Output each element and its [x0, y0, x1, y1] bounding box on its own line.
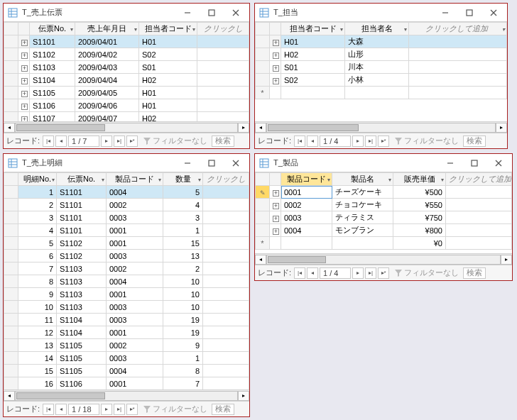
cell[interactable]: S1103 [57, 275, 107, 288]
data-grid[interactable]: 担当者コード▾ 担当者名▾ クリックして追加 ▾ +H01大森+H02山形+S0… [255, 22, 507, 121]
table-row[interactable]: +S11072009/04/07H02 [4, 112, 249, 122]
minimize-button[interactable] [175, 5, 200, 21]
row-selector[interactable] [4, 186, 18, 199]
record-position-input[interactable]: 1 / 4 [320, 136, 351, 147]
nav-last-button[interactable]: ▸| [114, 404, 125, 415]
table-row[interactable]: 4S110100011 [4, 224, 249, 237]
cell[interactable]: S02 [281, 74, 345, 87]
cell[interactable]: 2009/04/03 [75, 61, 139, 74]
chevron-down-icon[interactable]: ▾ [70, 26, 73, 32]
expand-row-button[interactable]: + [270, 74, 281, 87]
cell[interactable]: S1106 [57, 377, 107, 390]
table-row[interactable]: +S11062009/04/06H01 [4, 99, 249, 112]
cell[interactable] [203, 275, 249, 288]
cell[interactable]: 2009/04/04 [75, 74, 139, 87]
cell[interactable]: H01 [139, 35, 197, 48]
cell[interactable]: S1105 [57, 352, 107, 365]
cell[interactable] [203, 377, 249, 390]
row-selector[interactable] [4, 112, 18, 122]
col-header[interactable]: 担当者コード▾ [281, 23, 345, 35]
cell[interactable]: 1 [163, 352, 203, 365]
cell[interactable]: 9 [18, 288, 57, 301]
horizontal-scrollbar[interactable]: ◂ ▸ [4, 389, 249, 401]
cell[interactable]: モンブラン [332, 224, 393, 237]
cell[interactable]: 0001 [107, 237, 163, 250]
search-input[interactable]: 検索 [463, 136, 486, 147]
cell[interactable]: 0002 [107, 262, 163, 275]
cell[interactable]: 0001 [107, 326, 163, 339]
nav-first-button[interactable]: |◂ [294, 267, 305, 279]
cell[interactable]: 10 [18, 301, 57, 314]
search-input[interactable]: 検索 [463, 267, 486, 279]
cell[interactable]: 0002 [107, 199, 163, 211]
cell[interactable]: S1107 [30, 112, 75, 122]
table-row[interactable]: 9S1103000110 [4, 288, 249, 301]
close-button[interactable] [224, 155, 248, 171]
cell[interactable]: S1104 [30, 74, 75, 87]
cell[interactable]: S02 [139, 48, 197, 61]
row-selector[interactable] [256, 211, 270, 224]
cell[interactable]: 12 [18, 326, 57, 339]
cell[interactable] [197, 35, 249, 48]
nav-first-button[interactable]: |◂ [294, 136, 305, 147]
expand-row-button[interactable]: + [18, 112, 30, 122]
cell[interactable]: 10 [163, 275, 203, 288]
cell[interactable]: 7 [163, 377, 203, 390]
cell[interactable] [409, 48, 507, 61]
table-row[interactable]: 5S1102000115 [4, 237, 249, 250]
cell[interactable]: 川本 [345, 61, 409, 74]
cell[interactable]: 0003 [107, 301, 163, 314]
row-selector[interactable] [256, 35, 270, 48]
cell[interactable]: 0003 [107, 211, 163, 224]
cell[interactable]: S1101 [57, 224, 107, 237]
table-row[interactable]: 16S110600017 [4, 377, 249, 390]
titlebar[interactable]: T_担当 [255, 4, 507, 22]
row-selector[interactable] [4, 275, 18, 288]
cell[interactable]: 2009/04/06 [75, 99, 139, 112]
table-row[interactable]: +H01大森 [256, 35, 507, 48]
table-row[interactable]: 8S1103000410 [4, 275, 249, 288]
cell[interactable]: S1102 [57, 237, 107, 250]
maximize-button[interactable] [200, 155, 224, 171]
cell[interactable]: S1103 [57, 301, 107, 314]
row-selector[interactable] [4, 211, 18, 224]
cell[interactable]: S1102 [57, 250, 107, 262]
row-selector[interactable] [4, 352, 18, 365]
nav-prev-button[interactable]: ◂ [55, 404, 67, 415]
table-row[interactable]: +0004モンブラン¥800 [256, 224, 512, 237]
cell[interactable] [203, 224, 249, 237]
cell[interactable]: 1 [163, 224, 203, 237]
cell[interactable]: 0001 [107, 224, 163, 237]
col-header[interactable]: 製品コード▾ [107, 173, 163, 186]
scroll-left-button[interactable]: ◂ [4, 123, 15, 133]
cell[interactable]: S1101 [57, 186, 107, 199]
cell[interactable]: 0004 [107, 365, 163, 377]
cell[interactable]: S1104 [57, 326, 107, 339]
nav-first-button[interactable]: |◂ [43, 404, 54, 415]
cell[interactable] [203, 262, 249, 275]
cell[interactable] [203, 288, 249, 301]
scroll-thumb[interactable] [16, 392, 105, 399]
cell[interactable] [197, 74, 249, 87]
row-selector[interactable] [4, 250, 18, 262]
expand-row-button[interactable]: + [270, 211, 281, 224]
add-column-header[interactable]: クリックして追加 ▾ [409, 23, 507, 35]
cell[interactable]: S1105 [57, 365, 107, 377]
cell[interactable]: 9 [163, 339, 203, 352]
cell[interactable] [203, 339, 249, 352]
cell[interactable]: 2009/04/07 [75, 112, 139, 122]
record-position-input[interactable]: 1 / 4 [320, 267, 351, 279]
cell[interactable] [203, 365, 249, 377]
cell-editing[interactable]: 0001 [281, 186, 332, 199]
cell[interactable]: 15 [18, 365, 57, 377]
add-column-header[interactable]: クリックし [203, 173, 249, 186]
row-selector[interactable] [4, 301, 18, 314]
cell[interactable]: H02 [139, 74, 197, 87]
scroll-track[interactable] [15, 123, 238, 133]
cell[interactable]: 2 [163, 262, 203, 275]
data-grid[interactable]: 伝票No.▾ 売上年月日▾ 担当者コード▾ クリックし +S11012009/0… [4, 22, 249, 121]
col-header[interactable]: 販売単価▾ [393, 173, 446, 186]
expand-row-button[interactable]: + [270, 48, 281, 61]
close-button[interactable] [224, 5, 248, 21]
row-selector[interactable] [4, 377, 18, 390]
